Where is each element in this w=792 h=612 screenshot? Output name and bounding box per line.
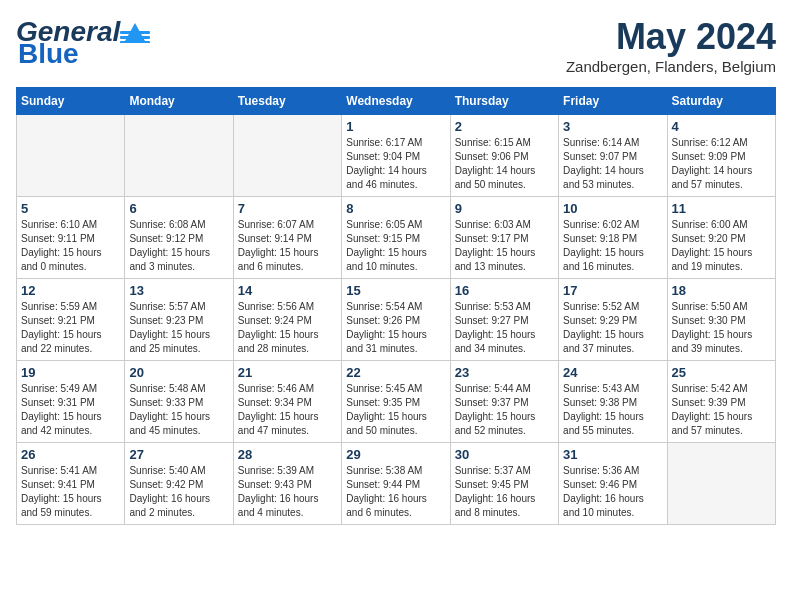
table-row: 27Sunrise: 5:40 AM Sunset: 9:42 PM Dayli… bbox=[125, 443, 233, 525]
day-number: 22 bbox=[346, 365, 445, 380]
day-info: Sunrise: 5:54 AM Sunset: 9:26 PM Dayligh… bbox=[346, 300, 445, 356]
day-number: 10 bbox=[563, 201, 662, 216]
day-number: 28 bbox=[238, 447, 337, 462]
calendar-week-row: 5Sunrise: 6:10 AM Sunset: 9:11 PM Daylig… bbox=[17, 197, 776, 279]
table-row: 2Sunrise: 6:15 AM Sunset: 9:06 PM Daylig… bbox=[450, 115, 558, 197]
day-info: Sunrise: 5:49 AM Sunset: 9:31 PM Dayligh… bbox=[21, 382, 120, 438]
day-info: Sunrise: 6:12 AM Sunset: 9:09 PM Dayligh… bbox=[672, 136, 771, 192]
day-info: Sunrise: 6:15 AM Sunset: 9:06 PM Dayligh… bbox=[455, 136, 554, 192]
day-info: Sunrise: 6:02 AM Sunset: 9:18 PM Dayligh… bbox=[563, 218, 662, 274]
day-info: Sunrise: 5:50 AM Sunset: 9:30 PM Dayligh… bbox=[672, 300, 771, 356]
day-info: Sunrise: 6:03 AM Sunset: 9:17 PM Dayligh… bbox=[455, 218, 554, 274]
table-row: 1Sunrise: 6:17 AM Sunset: 9:04 PM Daylig… bbox=[342, 115, 450, 197]
day-number: 16 bbox=[455, 283, 554, 298]
table-row: 24Sunrise: 5:43 AM Sunset: 9:38 PM Dayli… bbox=[559, 361, 667, 443]
day-info: Sunrise: 5:56 AM Sunset: 9:24 PM Dayligh… bbox=[238, 300, 337, 356]
day-number: 24 bbox=[563, 365, 662, 380]
day-info: Sunrise: 6:17 AM Sunset: 9:04 PM Dayligh… bbox=[346, 136, 445, 192]
month-title: May 2024 bbox=[566, 16, 776, 58]
day-info: Sunrise: 5:38 AM Sunset: 9:44 PM Dayligh… bbox=[346, 464, 445, 520]
table-row: 19Sunrise: 5:49 AM Sunset: 9:31 PM Dayli… bbox=[17, 361, 125, 443]
day-number: 8 bbox=[346, 201, 445, 216]
day-info: Sunrise: 6:14 AM Sunset: 9:07 PM Dayligh… bbox=[563, 136, 662, 192]
location-subtitle: Zandbergen, Flanders, Belgium bbox=[566, 58, 776, 75]
day-info: Sunrise: 5:39 AM Sunset: 9:43 PM Dayligh… bbox=[238, 464, 337, 520]
day-number: 31 bbox=[563, 447, 662, 462]
day-info: Sunrise: 5:40 AM Sunset: 9:42 PM Dayligh… bbox=[129, 464, 228, 520]
col-thursday: Thursday bbox=[450, 88, 558, 115]
day-number: 4 bbox=[672, 119, 771, 134]
day-number: 7 bbox=[238, 201, 337, 216]
table-row: 14Sunrise: 5:56 AM Sunset: 9:24 PM Dayli… bbox=[233, 279, 341, 361]
table-row: 20Sunrise: 5:48 AM Sunset: 9:33 PM Dayli… bbox=[125, 361, 233, 443]
col-monday: Monday bbox=[125, 88, 233, 115]
page-header: General Blue May 2024 Zandbergen, Flande… bbox=[16, 16, 776, 75]
calendar-header-row: Sunday Monday Tuesday Wednesday Thursday… bbox=[17, 88, 776, 115]
col-saturday: Saturday bbox=[667, 88, 775, 115]
calendar-week-row: 26Sunrise: 5:41 AM Sunset: 9:41 PM Dayli… bbox=[17, 443, 776, 525]
calendar-week-row: 1Sunrise: 6:17 AM Sunset: 9:04 PM Daylig… bbox=[17, 115, 776, 197]
day-number: 29 bbox=[346, 447, 445, 462]
day-info: Sunrise: 5:45 AM Sunset: 9:35 PM Dayligh… bbox=[346, 382, 445, 438]
table-row: 4Sunrise: 6:12 AM Sunset: 9:09 PM Daylig… bbox=[667, 115, 775, 197]
day-info: Sunrise: 5:59 AM Sunset: 9:21 PM Dayligh… bbox=[21, 300, 120, 356]
table-row: 8Sunrise: 6:05 AM Sunset: 9:15 PM Daylig… bbox=[342, 197, 450, 279]
table-row: 25Sunrise: 5:42 AM Sunset: 9:39 PM Dayli… bbox=[667, 361, 775, 443]
table-row: 15Sunrise: 5:54 AM Sunset: 9:26 PM Dayli… bbox=[342, 279, 450, 361]
day-number: 3 bbox=[563, 119, 662, 134]
day-number: 20 bbox=[129, 365, 228, 380]
day-number: 11 bbox=[672, 201, 771, 216]
day-number: 26 bbox=[21, 447, 120, 462]
day-info: Sunrise: 6:10 AM Sunset: 9:11 PM Dayligh… bbox=[21, 218, 120, 274]
table-row: 30Sunrise: 5:37 AM Sunset: 9:45 PM Dayli… bbox=[450, 443, 558, 525]
day-info: Sunrise: 6:08 AM Sunset: 9:12 PM Dayligh… bbox=[129, 218, 228, 274]
table-row: 10Sunrise: 6:02 AM Sunset: 9:18 PM Dayli… bbox=[559, 197, 667, 279]
table-row: 21Sunrise: 5:46 AM Sunset: 9:34 PM Dayli… bbox=[233, 361, 341, 443]
table-row: 9Sunrise: 6:03 AM Sunset: 9:17 PM Daylig… bbox=[450, 197, 558, 279]
day-number: 9 bbox=[455, 201, 554, 216]
col-wednesday: Wednesday bbox=[342, 88, 450, 115]
day-info: Sunrise: 5:52 AM Sunset: 9:29 PM Dayligh… bbox=[563, 300, 662, 356]
table-row: 11Sunrise: 6:00 AM Sunset: 9:20 PM Dayli… bbox=[667, 197, 775, 279]
title-section: May 2024 Zandbergen, Flanders, Belgium bbox=[566, 16, 776, 75]
table-row: 29Sunrise: 5:38 AM Sunset: 9:44 PM Dayli… bbox=[342, 443, 450, 525]
table-row: 3Sunrise: 6:14 AM Sunset: 9:07 PM Daylig… bbox=[559, 115, 667, 197]
table-row bbox=[233, 115, 341, 197]
day-info: Sunrise: 5:43 AM Sunset: 9:38 PM Dayligh… bbox=[563, 382, 662, 438]
table-row: 17Sunrise: 5:52 AM Sunset: 9:29 PM Dayli… bbox=[559, 279, 667, 361]
day-number: 30 bbox=[455, 447, 554, 462]
day-info: Sunrise: 5:37 AM Sunset: 9:45 PM Dayligh… bbox=[455, 464, 554, 520]
day-number: 6 bbox=[129, 201, 228, 216]
table-row: 6Sunrise: 6:08 AM Sunset: 9:12 PM Daylig… bbox=[125, 197, 233, 279]
table-row: 26Sunrise: 5:41 AM Sunset: 9:41 PM Dayli… bbox=[17, 443, 125, 525]
day-number: 23 bbox=[455, 365, 554, 380]
day-number: 15 bbox=[346, 283, 445, 298]
day-info: Sunrise: 5:57 AM Sunset: 9:23 PM Dayligh… bbox=[129, 300, 228, 356]
day-info: Sunrise: 5:48 AM Sunset: 9:33 PM Dayligh… bbox=[129, 382, 228, 438]
table-row: 13Sunrise: 5:57 AM Sunset: 9:23 PM Dayli… bbox=[125, 279, 233, 361]
day-info: Sunrise: 6:05 AM Sunset: 9:15 PM Dayligh… bbox=[346, 218, 445, 274]
table-row bbox=[125, 115, 233, 197]
day-number: 18 bbox=[672, 283, 771, 298]
day-info: Sunrise: 5:46 AM Sunset: 9:34 PM Dayligh… bbox=[238, 382, 337, 438]
col-tuesday: Tuesday bbox=[233, 88, 341, 115]
day-number: 25 bbox=[672, 365, 771, 380]
table-row: 7Sunrise: 6:07 AM Sunset: 9:14 PM Daylig… bbox=[233, 197, 341, 279]
day-number: 5 bbox=[21, 201, 120, 216]
day-number: 14 bbox=[238, 283, 337, 298]
day-info: Sunrise: 5:36 AM Sunset: 9:46 PM Dayligh… bbox=[563, 464, 662, 520]
day-number: 19 bbox=[21, 365, 120, 380]
day-number: 21 bbox=[238, 365, 337, 380]
logo: General Blue bbox=[16, 16, 150, 70]
day-number: 13 bbox=[129, 283, 228, 298]
day-info: Sunrise: 6:00 AM Sunset: 9:20 PM Dayligh… bbox=[672, 218, 771, 274]
table-row: 5Sunrise: 6:10 AM Sunset: 9:11 PM Daylig… bbox=[17, 197, 125, 279]
table-row: 28Sunrise: 5:39 AM Sunset: 9:43 PM Dayli… bbox=[233, 443, 341, 525]
day-number: 27 bbox=[129, 447, 228, 462]
logo-blue: Blue bbox=[16, 38, 150, 70]
calendar-week-row: 12Sunrise: 5:59 AM Sunset: 9:21 PM Dayli… bbox=[17, 279, 776, 361]
day-number: 17 bbox=[563, 283, 662, 298]
table-row: 12Sunrise: 5:59 AM Sunset: 9:21 PM Dayli… bbox=[17, 279, 125, 361]
table-row: 22Sunrise: 5:45 AM Sunset: 9:35 PM Dayli… bbox=[342, 361, 450, 443]
day-info: Sunrise: 5:41 AM Sunset: 9:41 PM Dayligh… bbox=[21, 464, 120, 520]
